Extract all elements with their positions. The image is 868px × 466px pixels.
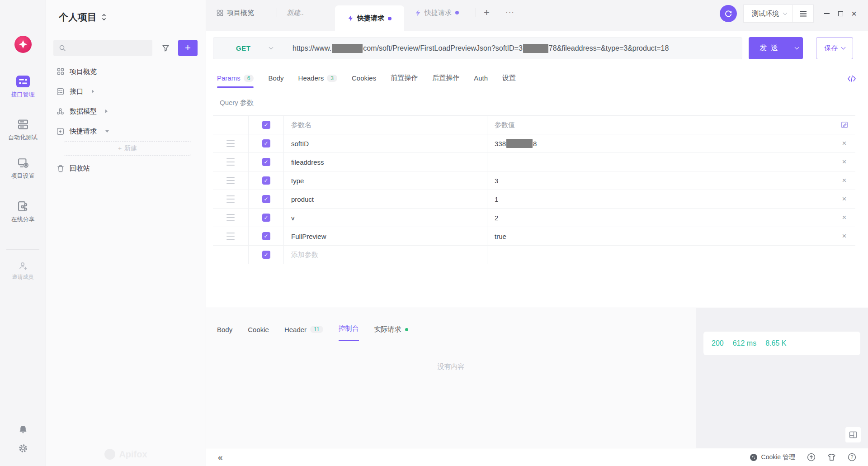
tab-quick-request-2[interactable]: 快捷请求 [415, 0, 459, 25]
bulk-edit-button[interactable] [833, 116, 855, 134]
drag-handle[interactable] [213, 209, 248, 227]
window-minimize-button[interactable] [820, 5, 834, 23]
tab-project-overview[interactable]: 项目概览 [217, 0, 254, 25]
tab-console[interactable]: 控制台 [339, 324, 359, 341]
tab-actual-request[interactable]: 实际请求 [374, 324, 408, 341]
drag-handle[interactable] [213, 153, 248, 171]
tab-quick-request-active[interactable]: 快捷请求 [335, 5, 404, 31]
add-param-input[interactable]: 添加参数 [283, 246, 487, 264]
add-param-row: 添加参数 [213, 246, 855, 264]
add-new-button[interactable]: + [178, 40, 198, 56]
window-controls: × [820, 5, 861, 23]
tab-post-processors[interactable]: 后置操作 [432, 74, 459, 88]
param-row: product 1 × [213, 190, 855, 209]
new-tab-button[interactable]: + [484, 0, 490, 25]
tab-response-header[interactable]: Header 11 [284, 324, 323, 341]
param-value-input[interactable]: 3388 [487, 134, 833, 152]
param-value-input[interactable]: true [487, 227, 833, 245]
rail-item-api-management[interactable]: 接口管理 [0, 75, 46, 99]
search-input[interactable] [53, 40, 152, 56]
help-button[interactable]: ? [848, 453, 856, 461]
bottom-bar: « Cookie 管理 ? [206, 448, 868, 466]
save-button[interactable]: 保存 [816, 37, 853, 59]
param-value-input[interactable]: 3 [487, 171, 833, 190]
param-name-input[interactable]: type [283, 171, 487, 190]
logo-star-icon [18, 39, 28, 49]
tree-item-apis[interactable]: 接口 [46, 81, 206, 101]
invite-members-label: 邀请成员 [12, 273, 34, 281]
param-name-input[interactable]: product [283, 190, 487, 208]
tree-item-project-overview[interactable]: 项目概览 [46, 62, 206, 81]
chevron-down-icon [783, 10, 788, 15]
drag-handle[interactable] [213, 227, 248, 245]
delete-param-button[interactable]: × [833, 227, 855, 245]
environment-selector[interactable]: 测试环境 [744, 10, 792, 18]
tab-label: 新建.. [287, 9, 304, 17]
method-selector[interactable]: GET [213, 38, 286, 59]
param-checkbox[interactable] [248, 246, 283, 264]
rail-item-project-settings[interactable]: 项目设置 [0, 157, 46, 180]
tab-body[interactable]: Body [268, 74, 283, 88]
delete-param-button[interactable]: × [833, 190, 855, 208]
drag-handle[interactable] [213, 171, 248, 190]
delete-param-button[interactable]: × [833, 153, 855, 171]
environment-menu-button[interactable] [793, 5, 813, 23]
rail-item-invite-members[interactable]: 邀请成员 [0, 261, 46, 281]
tree-item-data-models[interactable]: 数据模型 [46, 101, 206, 121]
window-maximize-button[interactable] [834, 5, 847, 23]
new-quick-request-button[interactable]: + 新建 [64, 141, 191, 156]
checkbox-checked [262, 121, 270, 129]
tab-cookies[interactable]: Cookies [352, 74, 376, 88]
more-tabs-button[interactable]: ··· [505, 0, 514, 25]
settings-button[interactable] [0, 443, 46, 454]
param-value-input[interactable] [487, 153, 833, 171]
rail-item-online-share[interactable]: 在线分享 [0, 200, 46, 223]
collapse-sidebar-button[interactable]: « [218, 452, 223, 462]
param-checkbox[interactable] [248, 227, 283, 245]
apifox-logo[interactable] [14, 36, 32, 53]
tab-response-cookie[interactable]: Cookie [248, 324, 269, 341]
param-value-input[interactable]: 2 [487, 209, 833, 227]
headers-count-badge: 3 [327, 75, 337, 82]
sync-button[interactable] [720, 5, 737, 22]
project-title[interactable]: 个人项目 [59, 11, 107, 24]
theme-button[interactable] [827, 453, 836, 461]
delete-param-button[interactable]: × [833, 209, 855, 227]
send-button[interactable]: 发 送 [749, 37, 790, 59]
tab-response-body[interactable]: Body [217, 324, 232, 341]
notifications-button[interactable] [0, 424, 46, 435]
tab-pre-processors[interactable]: 前置操作 [391, 74, 418, 88]
upload-button[interactable] [807, 453, 816, 461]
send-options-button[interactable] [790, 37, 803, 59]
cookie-manager-button[interactable]: Cookie 管理 [750, 453, 795, 461]
delete-param-button[interactable]: × [833, 171, 855, 190]
param-checkbox[interactable] [248, 153, 283, 171]
param-name-input[interactable]: fileaddress [283, 153, 487, 171]
param-checkbox[interactable] [248, 190, 283, 208]
filter-button[interactable] [158, 40, 173, 56]
tab-settings[interactable]: 设置 [502, 74, 516, 88]
param-name-input[interactable]: softID [283, 134, 487, 152]
layout-toggle-button[interactable] [845, 427, 861, 442]
param-name-input[interactable]: FullPreview [283, 227, 487, 245]
tab-new-draft[interactable]: 新建.. [287, 0, 304, 25]
generate-code-button[interactable] [847, 75, 856, 84]
drag-handle[interactable] [213, 190, 248, 208]
param-checkbox[interactable] [248, 209, 283, 227]
param-value-input[interactable]: 1 [487, 190, 833, 208]
drag-handle[interactable] [213, 134, 248, 152]
tab-params[interactable]: Params 6 [217, 74, 254, 88]
tab-label: Headers [298, 74, 324, 82]
url-input[interactable]: https://www. com/soft/Preview/FirstLoadP… [286, 44, 669, 53]
rail-item-automation-test[interactable]: 自动化测试 [0, 118, 46, 142]
tree-item-quick-requests[interactable]: 快捷请求 [46, 121, 206, 141]
tree-item-recycle-bin[interactable]: 回收站 [46, 158, 206, 178]
tab-headers[interactable]: Headers 3 [298, 74, 337, 88]
param-checkbox[interactable] [248, 171, 283, 190]
select-all-checkbox[interactable] [248, 116, 283, 134]
delete-param-button[interactable]: × [833, 134, 855, 152]
param-checkbox[interactable] [248, 134, 283, 152]
param-name-input[interactable]: v [283, 209, 487, 227]
window-close-button[interactable]: × [847, 5, 861, 23]
tab-auth[interactable]: Auth [474, 74, 488, 88]
